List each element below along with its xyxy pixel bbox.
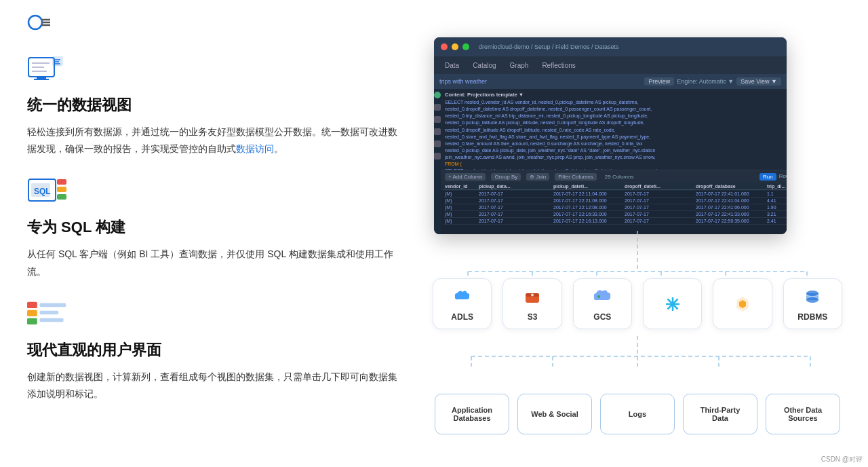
column-count: 29 Columns xyxy=(605,174,634,180)
section-desc-3: 创建新的数据视图，计算新列，查看组成每个视图的数据集，只需单击几下即可向数据集添… xyxy=(27,369,400,403)
svg-rect-6 xyxy=(34,79,49,80)
cell-5-3: 2017-07-17 22:16:13.000 xyxy=(552,218,623,225)
svg-point-44 xyxy=(597,295,600,298)
db-row: ApplicationDatabases Web & Social Logs T… xyxy=(427,394,848,434)
hive-icon xyxy=(732,293,753,315)
ds-card-snowflake xyxy=(643,278,702,329)
svg-rect-10 xyxy=(53,56,62,66)
db-card-other-sources: Other DataSources xyxy=(766,394,840,434)
ds-card-s3: S3 xyxy=(502,278,561,329)
cell-5-6: 2.41 xyxy=(766,218,787,225)
cell-4-2: 2017-07-17 xyxy=(477,211,552,218)
svg-point-0 xyxy=(28,16,42,29)
sql-editor[interactable]: Content: Projections template ▼ SELECT n… xyxy=(441,89,787,170)
db-card-web-social: Web & Social xyxy=(517,394,592,434)
code-line-2: nested_0.dropoff_datetime AS dropoff_dat… xyxy=(445,106,787,113)
cell-3-6: 1.90 xyxy=(766,204,787,211)
cell-4-1: (M) xyxy=(443,211,477,218)
sidebar-item-2 xyxy=(434,104,441,111)
cell-5-4: 2017-07-17 xyxy=(623,218,694,225)
right-panel: dremiocloud-demo / Setup / Field Demos /… xyxy=(427,0,868,467)
db-label-web: Web & Social xyxy=(531,410,578,418)
add-column-btn[interactable]: + Add Column xyxy=(445,173,486,181)
code-line-8: nested_0.pickup_date AS pickup_date, joi… xyxy=(445,147,787,154)
col-header-pickup-dt: pickup_dateti... xyxy=(552,183,623,190)
app-main-content: Content: Projections template ▼ SELECT n… xyxy=(434,89,787,234)
cell-2-5: 2017-07-17 22:41:04.000 xyxy=(694,198,766,204)
app-breadcrumb: dremiocloud-demo / Setup / Field Demos /… xyxy=(479,43,619,50)
highlight-link[interactable]: 数据访问 xyxy=(236,143,274,154)
table-header: vendor_id pickup_data... pickup_dateti..… xyxy=(441,183,787,191)
logo xyxy=(27,10,52,35)
tab-catalog[interactable]: Catalog xyxy=(467,60,501,71)
svg-point-49 xyxy=(671,302,675,306)
col-header-passenger: trip_di... xyxy=(766,183,787,190)
tab-data[interactable]: Data xyxy=(439,60,465,71)
cell-1-4: 2017-07-17 xyxy=(623,191,694,198)
cell-5-5: 2017-07-17 22:50:35.000 xyxy=(694,218,766,225)
cell-1-2: 2017-07-17 xyxy=(477,191,552,198)
cell-1-1: (M) xyxy=(443,191,477,198)
app-sidebar xyxy=(434,89,441,234)
svg-rect-20 xyxy=(27,302,37,308)
cell-3-2: 2017-07-17 xyxy=(477,204,552,211)
table-row-2: (M) 2017-07-17 2017-07-17 22:21:08.000 2… xyxy=(441,198,787,204)
cell-1-3: 2017-07-17 22:11:04.000 xyxy=(552,191,623,198)
section-sql: SQL 专为 SQL 构建 从任何 SQL 客户端（例如 BI 工具）查询数据，… xyxy=(27,176,400,280)
snowflake-icon xyxy=(662,293,684,315)
run-btn[interactable]: Run xyxy=(760,173,776,181)
db-label-third: Third-PartyData xyxy=(701,406,741,422)
preview-btn[interactable]: Preview xyxy=(644,77,674,86)
page-wrapper: 统一的数据视图 轻松连接到所有数据源，并通过统一的业务友好型数据模型公开数据。统… xyxy=(0,0,868,467)
sidebar-item-1 xyxy=(434,92,441,98)
engine-label: Engine: Automatic ▼ xyxy=(677,78,734,85)
section-title-1: 统一的数据视图 xyxy=(27,95,400,115)
table-row-5: (M) 2017-07-17 2017-07-17 22:16:13.000 2… xyxy=(441,218,787,225)
cell-4-6: 3.21 xyxy=(766,211,787,218)
db-label-other: Other DataSources xyxy=(784,406,822,422)
filter-col-btn[interactable]: Filter Columns xyxy=(555,173,597,181)
rdbms-label: RDBMS xyxy=(797,312,827,322)
code-line-7: nested_0.fare_amount AS fare_amount, nes… xyxy=(445,141,787,147)
db-card-app-databases: ApplicationDatabases xyxy=(435,394,509,434)
editor-area: Content: Projections template ▼ SELECT n… xyxy=(441,89,787,234)
section-title-2: 专为 SQL 构建 xyxy=(27,217,400,238)
code-line-3: nested_0.trip_distance_mi AS trip_distan… xyxy=(445,113,787,119)
datasource-row: ADLS S3 GCS xyxy=(427,278,848,329)
section-title-3: 现代直观的用户界面 xyxy=(27,340,400,360)
s3-label: S3 xyxy=(528,312,538,322)
save-view-btn[interactable]: Save View ▼ xyxy=(736,77,781,86)
code-line-4: nested_0.pickup_latitude AS pickup_latit… xyxy=(445,119,787,126)
section-desc-2: 从任何 SQL 客户端（例如 BI 工具）查询数据，并仅使用 SQL 构建数据集… xyxy=(27,246,400,280)
s3-icon xyxy=(521,286,543,308)
table-row-3: (M) 2017-07-17 2017-07-17 22:12:08.000 2… xyxy=(441,204,787,211)
code-line-1: SELECT nested_0.vendor_id AS vendor_id, … xyxy=(445,99,787,106)
modern-ui-icon-container xyxy=(27,299,68,333)
rdbms-icon xyxy=(802,286,823,308)
results-area: + Add Column Group By ⊕ Join Filter Colu… xyxy=(441,170,787,234)
svg-point-43 xyxy=(531,293,534,296)
cell-3-3: 2017-07-17 22:12:08.000 xyxy=(552,204,623,211)
cell-5-2: 2017-07-17 xyxy=(477,218,552,225)
join-btn[interactable]: ⊕ Join xyxy=(526,173,549,181)
cell-1-6: 1.1 xyxy=(766,191,787,198)
svg-rect-17 xyxy=(57,179,66,185)
col-header-dropoff-dt: dropoff_dateti... xyxy=(623,183,694,190)
cell-3-4: 2017-07-17 xyxy=(623,204,694,211)
tab-reflections[interactable]: Reflections xyxy=(536,60,580,71)
titlebar-dot-red xyxy=(441,43,448,50)
svg-rect-24 xyxy=(39,310,58,314)
svg-rect-23 xyxy=(39,303,66,307)
sidebar-item-3 xyxy=(434,116,441,123)
table-row-1: (M) 2017-07-17 2017-07-17 22:11:04.000 2… xyxy=(441,191,787,198)
dataset-name: trips with weather xyxy=(439,78,487,85)
svg-rect-25 xyxy=(39,318,63,322)
adls-icon xyxy=(452,286,473,308)
editor-label: Content: Projections template ▼ xyxy=(445,92,787,98)
svg-rect-18 xyxy=(57,187,66,192)
sidebar-item-4 xyxy=(434,128,441,135)
titlebar-dot-green xyxy=(462,43,469,50)
tab-graph[interactable]: Graph xyxy=(505,60,534,71)
group-by-btn[interactable]: Group By xyxy=(491,173,521,181)
gcs-label: GCS xyxy=(593,312,611,322)
